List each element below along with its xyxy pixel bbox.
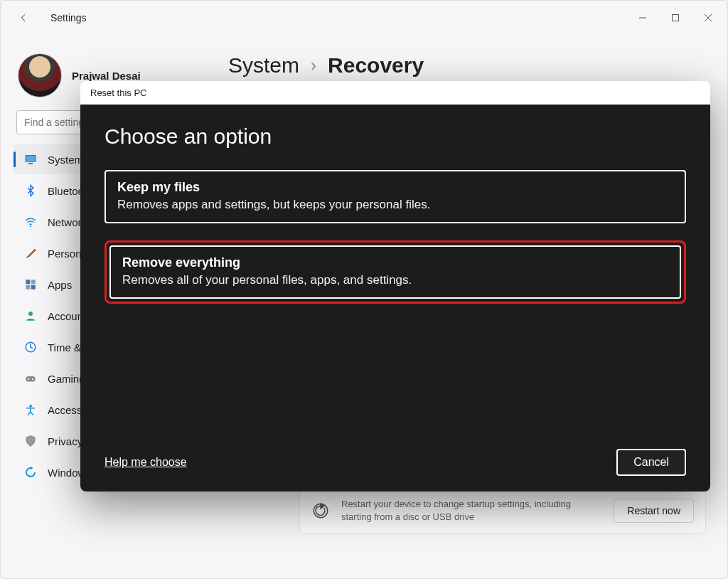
shield-icon [23, 434, 38, 448]
cancel-button[interactable]: Cancel [616, 449, 686, 476]
sidebar-item-label: Gaming [48, 373, 85, 385]
option-keep-my-files[interactable]: Keep my files Removes apps and settings,… [105, 170, 686, 223]
window-close-button[interactable] [692, 6, 724, 29]
reset-pc-dialog: Reset this PC Choose an option Keep my f… [80, 81, 710, 492]
restart-icon [311, 501, 330, 520]
back-button[interactable] [9, 4, 38, 32]
system-icon [23, 152, 38, 166]
svg-point-12 [28, 378, 29, 380]
chevron-right-icon: › [311, 55, 316, 75]
svg-rect-2 [26, 156, 36, 161]
avatar [18, 53, 62, 97]
gaming-icon [23, 371, 38, 386]
highlighted-option: Remove everything Removes all of your pe… [105, 240, 686, 304]
option-desc: Removes apps and settings, but keeps you… [117, 198, 673, 212]
breadcrumb-current: Recovery [328, 53, 424, 78]
advanced-startup-card: Restart your device to change startup se… [299, 487, 706, 533]
apps-icon [23, 277, 38, 292]
breadcrumb: System › Recovery [228, 53, 710, 78]
dialog-title: Reset this PC [80, 81, 710, 105]
bluetooth-icon [23, 184, 38, 198]
help-me-choose-link[interactable]: Help me choose [105, 456, 187, 469]
wifi-icon [23, 215, 38, 229]
sidebar-item-label: System [48, 154, 83, 166]
svg-rect-8 [31, 285, 36, 290]
dialog-heading: Choose an option [105, 124, 686, 149]
svg-rect-5 [26, 280, 30, 284]
svg-rect-6 [31, 280, 36, 284]
globe-clock-icon [23, 340, 38, 354]
advanced-startup-desc: Restart your device to change startup se… [341, 498, 602, 523]
sidebar-item-label: Apps [48, 279, 72, 291]
accessibility-icon [23, 403, 38, 417]
svg-point-13 [32, 378, 33, 380]
svg-point-14 [29, 405, 32, 408]
accounts-icon [23, 309, 38, 323]
svg-point-4 [30, 225, 31, 227]
breadcrumb-root[interactable]: System [228, 53, 299, 78]
svg-rect-0 [673, 15, 679, 21]
profile-name: Prajwal Desai [72, 70, 141, 82]
svg-rect-7 [26, 285, 30, 290]
app-title: Settings [50, 12, 87, 23]
svg-point-9 [28, 312, 33, 316]
update-icon [23, 465, 38, 479]
window-maximize-button[interactable] [659, 6, 692, 29]
window-minimize-button[interactable] [626, 6, 659, 29]
svg-rect-11 [26, 376, 36, 382]
restart-now-button[interactable]: Restart now [614, 499, 694, 523]
svg-rect-3 [28, 163, 33, 164]
option-title: Keep my files [117, 180, 673, 195]
brush-icon [23, 246, 38, 260]
option-title: Remove everything [122, 255, 668, 270]
option-desc: Removes all of your personal files, apps… [122, 273, 668, 287]
option-remove-everything[interactable]: Remove everything Removes all of your pe… [109, 245, 681, 299]
